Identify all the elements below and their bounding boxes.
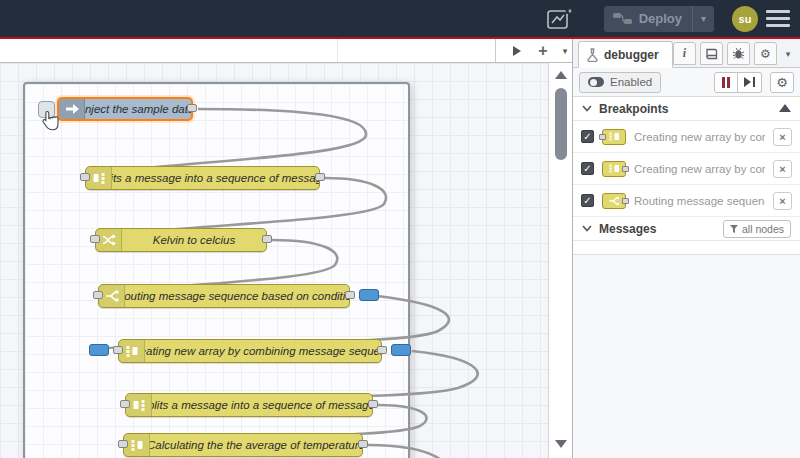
pause-icon bbox=[722, 77, 725, 88]
node-inject[interactable]: Inject the sample data bbox=[57, 97, 193, 121]
list-scroll-up-icon[interactable] bbox=[779, 104, 791, 112]
node-change[interactable]: Kelvin to celcius bbox=[95, 228, 267, 252]
flow-canvas[interactable]: Inject the sample data bbox=[0, 63, 572, 458]
breakpoint-checkbox[interactable]: ✓ bbox=[581, 162, 594, 175]
output-port[interactable] bbox=[377, 346, 387, 354]
input-port[interactable] bbox=[80, 173, 90, 181]
remove-breakpoint-button[interactable]: × bbox=[773, 160, 792, 178]
flow-list-button[interactable]: ▾ bbox=[553, 39, 572, 62]
node-split[interactable]: Splits a message into a sequence of mess… bbox=[85, 166, 320, 190]
node-label: Inject the sample data bbox=[85, 99, 191, 119]
node-split[interactable]: Splits a message into a sequence of mess… bbox=[125, 393, 373, 417]
join-node-mini-icon bbox=[602, 129, 626, 145]
remove-breakpoint-button[interactable]: × bbox=[773, 192, 792, 210]
breakpoint-checkbox[interactable]: ✓ bbox=[581, 194, 594, 207]
scrollbar-thumb[interactable] bbox=[555, 88, 567, 160]
main-area: + ▾ bbox=[0, 39, 800, 458]
tab-debug-messages[interactable] bbox=[727, 42, 750, 65]
output-port[interactable] bbox=[315, 173, 325, 181]
breakpoint-row[interactable]: ✓ Creating new array by combining messag… bbox=[573, 153, 800, 185]
debugger-settings-button[interactable]: ⚙ bbox=[770, 72, 794, 93]
input-port[interactable] bbox=[113, 346, 123, 354]
node-label: Routing message sequence based on condit… bbox=[125, 285, 349, 307]
flask-icon bbox=[587, 48, 598, 62]
hand-cursor-icon bbox=[40, 110, 60, 132]
breakpoint-label: Creating new array by combining message … bbox=[634, 163, 765, 175]
flow-tab-bar: + ▾ bbox=[0, 39, 572, 63]
toggle-icon bbox=[588, 77, 604, 87]
info-icon: i bbox=[683, 46, 686, 61]
input-port[interactable] bbox=[93, 291, 103, 299]
messages-filter-label: all nodes bbox=[742, 223, 784, 235]
workspace-pane: + ▾ bbox=[0, 39, 572, 458]
node-switch[interactable]: Routing message sequence based on condit… bbox=[98, 284, 350, 308]
app-header: Deploy ▾ su bbox=[0, 0, 800, 39]
tab-help[interactable] bbox=[700, 42, 723, 65]
remove-breakpoint-button[interactable]: × bbox=[773, 128, 792, 146]
inject-arrow-icon bbox=[59, 99, 85, 119]
deploy-button[interactable]: Deploy ▾ bbox=[604, 6, 714, 32]
breakpoint-label: Creating new array by combining message … bbox=[634, 131, 765, 143]
switch-node-mini-icon bbox=[602, 193, 626, 209]
step-button[interactable] bbox=[738, 72, 762, 93]
output-port[interactable] bbox=[368, 400, 378, 408]
node-label: Kelvin to celcius bbox=[122, 229, 266, 251]
breakpoint-marker-input[interactable] bbox=[89, 344, 109, 356]
output-port-mini bbox=[622, 198, 629, 204]
chevron-down-icon bbox=[582, 105, 592, 112]
input-port[interactable] bbox=[90, 235, 100, 243]
output-port-mini bbox=[622, 166, 629, 172]
output-port[interactable] bbox=[345, 291, 355, 299]
breakpoint-marker-output[interactable] bbox=[391, 344, 411, 356]
debugger-enabled-toggle[interactable]: Enabled bbox=[579, 72, 661, 93]
node-join[interactable]: Creating new array by combining message … bbox=[118, 339, 382, 363]
input-port[interactable] bbox=[120, 400, 130, 408]
tab-debugger-label: debugger bbox=[604, 48, 659, 62]
bug-icon bbox=[732, 47, 745, 60]
breakpoint-marker-output[interactable] bbox=[359, 289, 379, 301]
tab-debugger[interactable]: debugger bbox=[578, 41, 673, 68]
node-label: Splits a message into a sequence of mess… bbox=[112, 167, 319, 189]
tab-separator bbox=[337, 39, 338, 62]
caret-down-icon: ▾ bbox=[786, 49, 791, 59]
node-label: Splits a message into a sequence of mess… bbox=[152, 394, 372, 416]
gear-icon: ⚙ bbox=[776, 75, 788, 90]
output-port[interactable] bbox=[187, 104, 197, 112]
messages-filter-button[interactable]: all nodes bbox=[723, 220, 791, 238]
flow-assistant-icon[interactable] bbox=[544, 6, 574, 32]
run-flows-button[interactable] bbox=[505, 39, 529, 62]
tab-config-nodes[interactable]: ⚙ bbox=[754, 42, 777, 65]
canvas-vertical-scrollbar[interactable] bbox=[548, 63, 572, 458]
pause-button[interactable] bbox=[714, 72, 738, 93]
right-sidebar: debugger i bbox=[572, 39, 800, 458]
pause-step-group bbox=[714, 72, 762, 93]
messages-section-header[interactable]: Messages all nodes bbox=[573, 217, 800, 241]
add-flow-button[interactable]: + bbox=[531, 39, 555, 62]
input-port-mini bbox=[599, 134, 606, 140]
input-port[interactable] bbox=[118, 440, 128, 448]
deploy-nodes-icon bbox=[613, 12, 632, 25]
node-red-app: Deploy ▾ su + ▾ bbox=[0, 0, 800, 458]
sidebar-tabs-menu[interactable]: ▾ bbox=[781, 42, 795, 65]
output-port[interactable] bbox=[262, 235, 272, 243]
scroll-down-icon[interactable] bbox=[555, 440, 567, 448]
gear-icon: ⚙ bbox=[760, 47, 771, 61]
scroll-up-icon[interactable] bbox=[555, 71, 567, 79]
messages-title: Messages bbox=[599, 222, 656, 236]
breakpoints-section-header[interactable]: Breakpoints bbox=[573, 97, 800, 121]
main-menu-icon[interactable] bbox=[766, 10, 790, 27]
enabled-label: Enabled bbox=[610, 76, 652, 88]
node-join[interactable]: Calculating the the average of temperatu… bbox=[123, 433, 363, 457]
tab-info[interactable]: i bbox=[673, 42, 696, 65]
sidebar-mini-tabs: i ⚙ bbox=[673, 42, 795, 65]
breakpoint-checkbox[interactable]: ✓ bbox=[581, 130, 594, 143]
output-port[interactable] bbox=[358, 440, 368, 448]
breakpoints-title: Breakpoints bbox=[599, 102, 668, 116]
sidebar-tab-bar: debugger i bbox=[573, 39, 800, 68]
user-avatar[interactable]: su bbox=[732, 6, 758, 32]
sidebar-background bbox=[573, 255, 800, 458]
deploy-caret-icon[interactable]: ▾ bbox=[693, 13, 714, 24]
breakpoint-row[interactable]: ✓ Routing message sequence based on cond… bbox=[573, 185, 800, 217]
node-label: Calculating the the average of temperatu… bbox=[150, 434, 362, 456]
breakpoint-row[interactable]: ✓ Creating new array by combining messag… bbox=[573, 121, 800, 153]
